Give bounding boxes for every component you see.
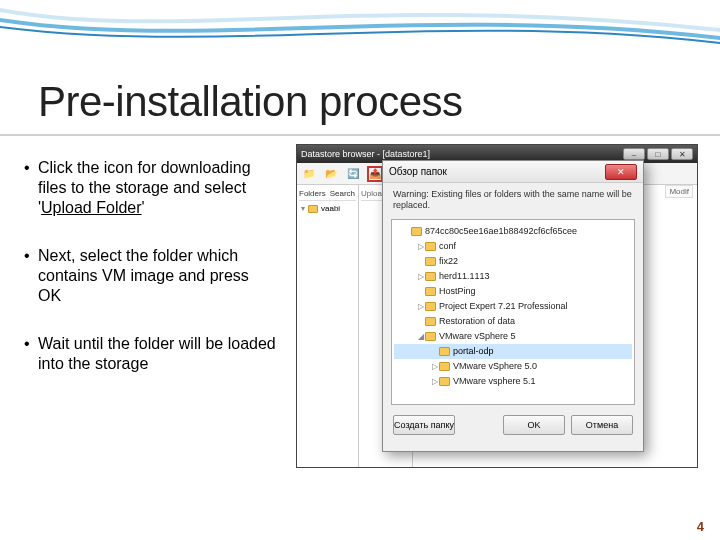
folder-icon [439,377,450,386]
tree-label: VMware vSphere 5 [439,331,516,341]
dialog-titlebar: Обзор папок ✕ [383,161,643,183]
folder-icon [425,272,436,281]
tree-row[interactable]: ▷herd11.1113 [394,269,632,284]
bullet-mark: • [24,246,38,306]
bullet-text: Next, select the folder which contains V… [38,246,276,306]
tree-label: Project Expert 7.21 Professional [439,301,568,311]
folder-icon [425,317,436,326]
ok-button[interactable]: OK [503,415,565,435]
tree-row[interactable]: fix22 [394,254,632,269]
tree-label: VMware vsphere 5.1 [453,376,536,386]
refresh-icon[interactable]: 🔄 [345,166,361,182]
tree-label: HostPing [439,286,476,296]
tree-label: fix22 [439,256,458,266]
left-pane: Folders Search ▾vaabi [297,185,359,467]
dialog-button-row: Создать папку OK Отмена [383,407,643,443]
bullet-item: • Click the icon for downloading files t… [24,158,276,218]
folder-icon [411,227,422,236]
tree-row[interactable]: HostPing [394,284,632,299]
page-number: 4 [697,519,704,534]
folder-icon [308,205,318,213]
dialog-close-button[interactable]: ✕ [605,164,637,180]
dialog-title: Обзор папок [389,166,605,177]
bullet-list: • Click the icon for downloading files t… [24,158,276,402]
tree-row[interactable]: 874cc80c5ee16ae1b88492cf6cf65cee [394,224,632,239]
tree-label: Restoration of data [439,316,515,326]
tree-row[interactable]: ▷conf [394,239,632,254]
tree-row[interactable]: ▷VMware vsphere 5.1 [394,374,632,389]
bullet-item: • Next, select the folder which contains… [24,246,276,306]
screenshot-area: Datastore browser - [datastore1] – □ ✕ 📁… [296,144,698,468]
tree-row[interactable]: Restoration of data [394,314,632,329]
bullet-mark: • [24,158,38,218]
bullet-text: Wait until the folder will be loaded int… [38,334,276,374]
maximize-button[interactable]: □ [647,148,669,160]
dialog-warning: Warning: Existing files or folders with … [383,183,643,217]
folder-icon [425,302,436,311]
tree-row[interactable]: ▷VMware vSphere 5.0 [394,359,632,374]
upload-folder-link: Upload Folder [41,199,142,216]
folder-label: vaabi [321,204,340,213]
folder-icon [439,347,450,356]
bullet-text: ' [142,199,145,216]
tree-label: portal-odp [453,346,494,356]
tree-label: 874cc80c5ee16ae1b88492cf6cf65cee [425,226,577,236]
tree-row[interactable]: ◢VMware vSphere 5 [394,329,632,344]
tab-search[interactable]: Search [330,189,355,198]
tab-folders[interactable]: Folders [299,189,326,198]
tree-row-selected[interactable]: portal-odp [394,344,632,359]
close-button[interactable]: ✕ [671,148,693,160]
nav-back-icon[interactable]: 📁 [301,166,317,182]
new-folder-button[interactable]: Создать папку [393,415,455,435]
folder-icon [425,287,436,296]
upload-icon[interactable]: 📤 [367,166,383,182]
folder-item[interactable]: ▾vaabi [299,201,356,216]
minimize-button[interactable]: – [623,148,645,160]
tree-label: herd11.1113 [439,271,490,281]
nav-up-icon[interactable]: 📂 [323,166,339,182]
bullet-item: • Wait until the folder will be loaded i… [24,334,276,374]
page-title: Pre-installation process [38,78,463,126]
browse-folder-dialog: Обзор папок ✕ Warning: Existing files or… [382,160,644,452]
window-title: Datastore browser - [datastore1] [301,149,623,159]
tree-label: conf [439,241,456,251]
folder-tree[interactable]: 874cc80c5ee16ae1b88492cf6cf65cee ▷conf f… [391,219,635,405]
folder-icon [439,362,450,371]
folder-icon [425,257,436,266]
col-header-modified: Modif [665,185,693,198]
title-underline [0,134,720,136]
tree-label: VMware vSphere 5.0 [453,361,537,371]
cancel-button[interactable]: Отмена [571,415,633,435]
tree-row[interactable]: ▷Project Expert 7.21 Professional [394,299,632,314]
decorative-swoosh [0,0,720,50]
bullet-mark: • [24,334,38,374]
folder-icon [425,332,436,341]
folder-icon [425,242,436,251]
